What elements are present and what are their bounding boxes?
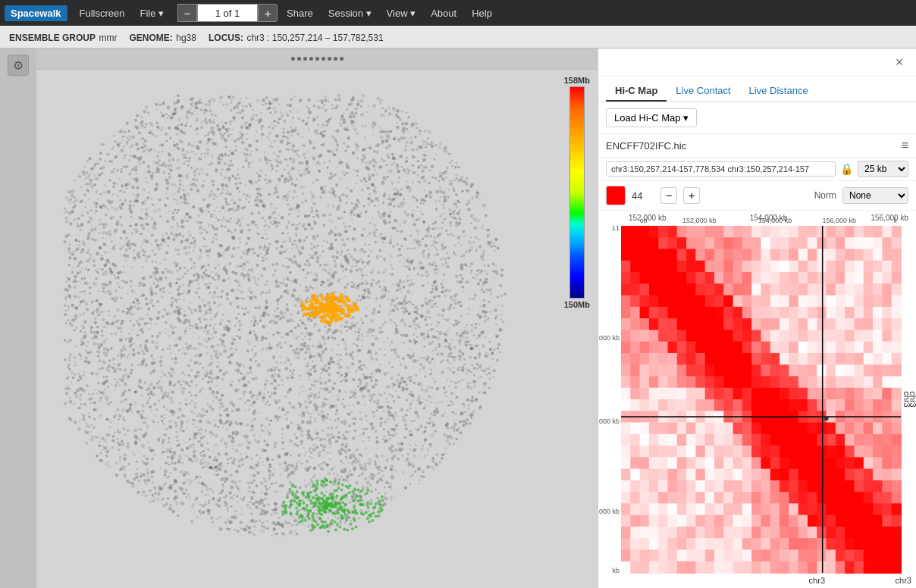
locus-value: chr3 : 150,257,214 – 157,782,531 xyxy=(246,33,383,43)
scatter-panel: /* dots generated inline below */ 158Mb … xyxy=(36,48,598,588)
settings-button[interactable]: ⚙ xyxy=(8,55,29,76)
hic-color-minus-button[interactable]: − xyxy=(660,187,677,204)
hic-map-canvas[interactable] xyxy=(598,211,916,588)
hic-filename: ENCFF702IFC.hic xyxy=(606,140,686,152)
hic-coords-row: 🔒 25 kb 5 kb 10 kb 50 kb 100 kb xyxy=(598,158,916,181)
hic-close-button[interactable]: × xyxy=(890,53,908,71)
genome-label: GENOME: hg38 xyxy=(129,30,196,44)
tab-live-distance[interactable]: Live Distance xyxy=(740,81,817,102)
drag-handle[interactable] xyxy=(291,57,344,61)
hic-norm-label: Norm xyxy=(814,190,836,201)
hic-coords-input[interactable] xyxy=(606,161,836,177)
drag-dot xyxy=(303,57,307,61)
track-control: − + xyxy=(177,4,278,22)
ensemble-group-key: ENSEMBLE GROUP xyxy=(9,33,96,43)
lock-icon: 🔒 xyxy=(840,163,853,175)
drag-dot xyxy=(309,57,313,61)
drag-dot xyxy=(328,57,331,61)
hic-color-swatch[interactable] xyxy=(606,186,626,205)
hic-tabs: Hi-C Map Live Contact Live Distance xyxy=(598,77,916,102)
tab-live-contact[interactable]: Live Contact xyxy=(667,81,739,102)
hic-color-value: 44 xyxy=(632,190,654,202)
hic-color-row: 44 − + Norm None VC VC_SQRT KR SCALE xyxy=(598,181,916,211)
session-menu-button[interactable]: Session ▾ xyxy=(322,5,378,21)
locus-bar: ENSEMBLE GROUP mmr GENOME: hg38 LOCUS: c… xyxy=(0,26,916,48)
ensemble-group-label: ENSEMBLE GROUP mmr xyxy=(9,30,117,44)
drag-dot xyxy=(291,57,295,61)
hic-map-container[interactable]: 152,000 kb 154,000 kb 156,000 kb chr3 ch… xyxy=(598,211,916,588)
track-minus-button[interactable]: − xyxy=(177,4,197,22)
hic-color-plus-button[interactable]: + xyxy=(683,187,700,204)
tab-hic-map[interactable]: Hi-C Map xyxy=(606,81,667,102)
hic-panel: × Hi-C Map Live Contact Live Distance Lo… xyxy=(598,48,916,588)
track-plus-button[interactable]: + xyxy=(258,4,278,22)
genome-value: hg38 xyxy=(176,33,196,43)
hic-menu-button[interactable]: ≡ xyxy=(902,139,908,152)
hic-controls: Load Hi-C Map ▾ xyxy=(598,102,916,134)
share-button[interactable]: Share xyxy=(281,5,319,21)
file-menu-button[interactable]: File ▾ xyxy=(133,5,170,21)
load-hic-map-button[interactable]: Load Hi-C Map ▾ xyxy=(606,108,697,127)
help-button[interactable]: Help xyxy=(466,5,498,21)
about-button[interactable]: About xyxy=(425,5,463,21)
genome-key: GENOME: xyxy=(129,33,172,43)
spacewalk-logo: Spacewalk xyxy=(5,5,67,21)
drag-dot xyxy=(322,57,325,61)
ensemble-group-value: mmr xyxy=(99,33,117,43)
top-navigation: Spacewalk Fullscreen File ▾ − + Share Se… xyxy=(0,0,916,26)
color-scale-bottom-label: 150Mb xyxy=(564,300,590,309)
scatter-header xyxy=(36,48,598,70)
drag-dot xyxy=(297,57,301,61)
hic-resolution-select[interactable]: 25 kb 5 kb 10 kb 50 kb 100 kb xyxy=(858,161,908,177)
drag-dot xyxy=(334,57,337,61)
locus-key: LOCUS: xyxy=(209,33,243,43)
drag-dot xyxy=(315,57,319,61)
scatter-canvas[interactable]: /* dots generated inline below */ 158Mb … xyxy=(36,70,598,588)
main-content: ⚙ /* dots generated inline xyxy=(0,48,916,588)
scatter-canvas-element[interactable] xyxy=(36,70,598,588)
view-menu-button[interactable]: View ▾ xyxy=(381,5,422,21)
hic-norm-select[interactable]: None VC VC_SQRT KR SCALE xyxy=(842,187,908,204)
color-scale-top-label: 158Mb xyxy=(564,76,590,85)
left-panel: ⚙ xyxy=(0,48,36,588)
fullscreen-button[interactable]: Fullscreen xyxy=(74,5,131,21)
color-scale-bar xyxy=(569,86,585,299)
locus-label: LOCUS: chr3 : 150,257,214 – 157,782,531 xyxy=(209,30,384,44)
hic-file-row: ENCFF702IFC.hic ≡ xyxy=(598,134,916,158)
hic-header: × xyxy=(598,48,916,77)
track-input[interactable] xyxy=(197,4,258,22)
color-scale: 158Mb 150Mb xyxy=(564,76,590,309)
drag-dot xyxy=(340,57,344,61)
